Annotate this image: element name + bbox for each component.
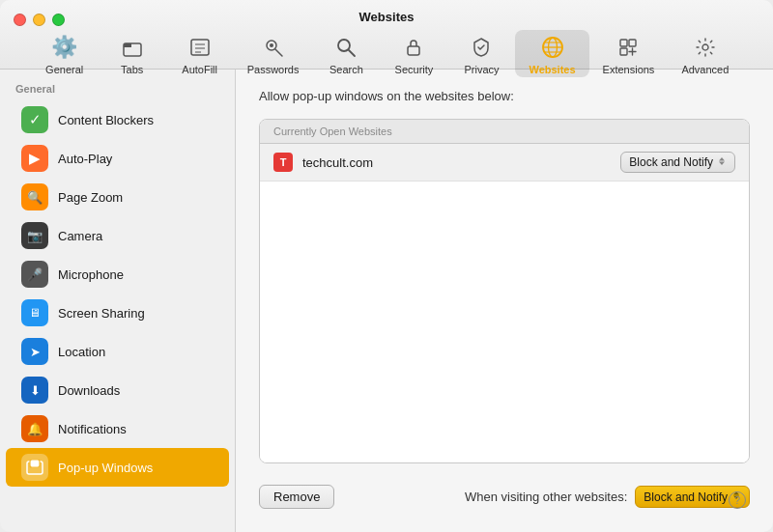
camera-icon: 📷: [21, 222, 48, 249]
toolbar-label-search: Search: [329, 64, 363, 75]
sidebar-item-screen-sharing[interactable]: 🖥 Screen Sharing: [6, 294, 229, 332]
title-bar: Websites ⚙️ General Tabs AutoFill Passwo…: [0, 0, 773, 70]
action-select-label: Block and Notify: [629, 155, 713, 169]
main-area: General ✓ Content Blockers ▶ Auto-Play 🔍…: [0, 70, 773, 532]
remove-button[interactable]: Remove: [259, 485, 334, 509]
content-title: Allow pop-up windows on the websites bel…: [259, 89, 750, 103]
screen-sharing-icon: 🖥: [21, 299, 48, 326]
action-select-arrow: [717, 155, 727, 169]
other-websites-label: When visiting other websites:: [465, 490, 627, 504]
general-icon: ⚙️: [49, 32, 80, 63]
panel-empty-area: [260, 182, 749, 462]
site-favicon: T: [273, 153, 293, 172]
advanced-icon: [690, 32, 721, 63]
toolbar-item-extensions[interactable]: Extensions: [589, 30, 669, 77]
popup-windows-icon: [21, 454, 48, 481]
privacy-icon: [466, 32, 497, 63]
tabs-icon: [117, 32, 148, 63]
toolbar-label-tabs: Tabs: [121, 64, 143, 75]
extensions-icon: [613, 32, 644, 63]
sidebar-label-notifications: Notifications: [58, 422, 127, 436]
search-icon: [330, 32, 361, 63]
downloads-icon: ⬇: [21, 377, 48, 404]
window-title: Websites: [359, 10, 415, 24]
sidebar-group-label: General: [0, 79, 235, 100]
sidebar-item-downloads[interactable]: ⬇ Downloads: [6, 371, 229, 409]
toolbar-item-security[interactable]: Security: [380, 30, 447, 77]
help-button[interactable]: ?: [729, 491, 746, 509]
svg-rect-10: [408, 46, 419, 55]
toolbar-label-privacy: Privacy: [464, 64, 499, 75]
svg-rect-18: [620, 48, 627, 55]
close-button[interactable]: [14, 14, 26, 26]
toolbar-label-websites: Websites: [529, 64, 575, 75]
sidebar-label-location: Location: [58, 345, 105, 359]
sidebar-item-notifications[interactable]: 🔔 Notifications: [6, 409, 229, 448]
location-icon: ➤: [21, 338, 48, 365]
content-blockers-icon: ✓: [21, 106, 48, 133]
toolbar-label-passwords: Passwords: [247, 64, 300, 75]
other-action-label: Block and Notify: [644, 490, 728, 504]
passwords-icon: [258, 32, 289, 63]
toolbar-item-privacy[interactable]: Privacy: [447, 30, 515, 77]
toolbar-label-advanced: Advanced: [681, 64, 729, 75]
svg-point-8: [338, 40, 350, 51]
sidebar-label-auto-play: Auto-Play: [58, 152, 112, 166]
panel-header: Currently Open Websites: [260, 120, 749, 144]
toolbar-item-passwords[interactable]: Passwords: [234, 30, 313, 77]
toolbar-item-tabs[interactable]: Tabs: [99, 30, 166, 77]
svg-point-7: [270, 43, 273, 47]
svg-point-19: [702, 44, 708, 50]
toolbar-label-general: General: [45, 64, 83, 75]
svg-line-9: [349, 50, 355, 56]
window-controls: [14, 14, 65, 26]
websites-icon: [537, 32, 568, 63]
sidebar-item-location[interactable]: ➤ Location: [6, 332, 229, 371]
sidebar-item-camera[interactable]: 📷 Camera: [6, 216, 229, 255]
content-area: Allow pop-up windows on the websites bel…: [236, 70, 773, 532]
microphone-icon: 🎤: [21, 261, 48, 288]
security-icon: [398, 32, 429, 63]
sidebar-item-page-zoom[interactable]: 🔍 Page Zoom: [6, 178, 229, 216]
notifications-icon: 🔔: [21, 415, 48, 442]
svg-rect-17: [629, 40, 636, 46]
sidebar-label-popup-windows: Pop-up Windows: [58, 461, 153, 475]
toolbar-item-advanced[interactable]: Advanced: [668, 30, 742, 77]
svg-rect-16: [620, 40, 627, 46]
toolbar-item-autofill[interactable]: AutoFill: [166, 30, 234, 77]
sidebar-item-auto-play[interactable]: ▶ Auto-Play: [6, 139, 229, 178]
bottom-bar: Remove When visiting other websites: Blo…: [259, 475, 750, 513]
sidebar-item-content-blockers[interactable]: ✓ Content Blockers: [6, 100, 229, 139]
sidebar-label-microphone: Microphone: [58, 267, 124, 282]
sidebar-item-popup-windows[interactable]: Pop-up Windows: [6, 448, 229, 487]
maximize-button[interactable]: [52, 14, 65, 26]
sidebar-label-camera: Camera: [58, 229, 102, 243]
toolbar-label-extensions: Extensions: [603, 64, 655, 75]
toolbar-item-general[interactable]: ⚙️ General: [31, 30, 99, 77]
svg-rect-21: [30, 460, 40, 467]
svg-line-6: [275, 49, 282, 56]
toolbar: ⚙️ General Tabs AutoFill Passwords: [31, 30, 743, 77]
autofill-icon: [185, 32, 215, 63]
toolbar-item-websites[interactable]: Websites: [515, 30, 588, 77]
action-select[interactable]: Block and Notify: [620, 152, 735, 173]
sidebar: General ✓ Content Blockers ▶ Auto-Play 🔍…: [0, 70, 236, 532]
sidebar-label-downloads: Downloads: [58, 383, 120, 398]
sidebar-label-content-blockers: Content Blockers: [58, 113, 154, 127]
toolbar-item-search[interactable]: Search: [312, 30, 380, 77]
toolbar-label-security: Security: [395, 64, 434, 75]
sidebar-label-screen-sharing: Screen Sharing: [58, 306, 145, 321]
site-name: techcult.com: [302, 155, 611, 170]
other-websites-row: When visiting other websites: Block and …: [465, 486, 750, 508]
sidebar-label-page-zoom: Page Zoom: [58, 190, 123, 205]
websites-panel: Currently Open Websites T techcult.com B…: [259, 119, 750, 463]
auto-play-icon: ▶: [21, 145, 48, 172]
minimize-button[interactable]: [33, 14, 45, 26]
sidebar-item-microphone[interactable]: 🎤 Microphone: [6, 255, 229, 294]
page-zoom-icon: 🔍: [21, 183, 48, 210]
toolbar-label-autofill: AutoFill: [182, 64, 217, 75]
table-row: T techcult.com Block and Notify: [260, 144, 749, 182]
